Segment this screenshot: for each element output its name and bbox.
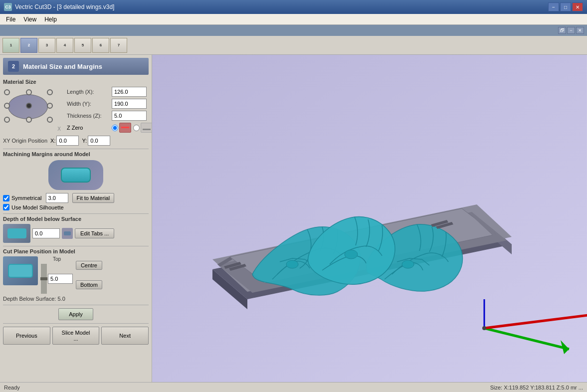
menu-view[interactable]: View bbox=[19, 15, 40, 24]
svg-point-7 bbox=[286, 260, 298, 268]
toolbar-step-3[interactable]: 3 bbox=[38, 38, 55, 53]
close-button[interactable]: ✕ bbox=[572, 2, 583, 11]
toolbar-step-4[interactable]: 4 bbox=[56, 38, 73, 53]
position-buttons: Centre Bottom bbox=[76, 256, 102, 294]
symmetrical-value-input[interactable] bbox=[46, 193, 68, 203]
previous-button[interactable]: Previous bbox=[3, 327, 50, 345]
z-zero-icons bbox=[112, 123, 152, 133]
title-bar: C3 Vectric Cut3D - [3 detailed wings.v3d… bbox=[0, 0, 587, 14]
navigation-section: Previous Slice Model ... Next bbox=[3, 323, 149, 348]
radio-bl[interactable] bbox=[4, 117, 10, 123]
diagram-car-shape bbox=[61, 168, 91, 183]
app-icon: C3 bbox=[4, 3, 12, 11]
left-panel: 2 Material Size and Margins Material Siz… bbox=[0, 55, 152, 382]
z-zero-group: Z Zero bbox=[67, 123, 152, 133]
radio-br[interactable] bbox=[47, 117, 53, 123]
apply-button[interactable]: Apply bbox=[58, 308, 93, 320]
depth-icon2 bbox=[62, 228, 73, 239]
section-title: Material Size and Margins bbox=[23, 63, 102, 70]
svg-point-8 bbox=[402, 260, 414, 268]
size-info: Size: X:119.852 Y:183.811 Z:5.0 mr ... bbox=[490, 385, 583, 391]
depth-of-model-row: Edit Tabs ... bbox=[3, 224, 149, 243]
length-input[interactable] bbox=[112, 87, 147, 97]
radio-mr[interactable] bbox=[47, 103, 53, 109]
diagram-inner bbox=[48, 160, 103, 190]
sub-restore-button[interactable]: 🗗 bbox=[558, 27, 566, 34]
cut-plane-input[interactable] bbox=[48, 274, 73, 284]
depth-value-input[interactable] bbox=[32, 228, 60, 238]
toolbar-step-1[interactable]: 1 bbox=[2, 38, 19, 53]
svg-point-21 bbox=[482, 326, 486, 330]
cut-plane-slider[interactable] bbox=[41, 264, 47, 294]
x-cross-label: X bbox=[57, 126, 61, 132]
radio-tc[interactable] bbox=[26, 89, 32, 95]
radio-mc[interactable] bbox=[26, 103, 32, 109]
xy-x-input[interactable] bbox=[56, 136, 79, 146]
next-button[interactable]: Next bbox=[101, 327, 149, 345]
xy-origin-diagram: X bbox=[3, 87, 63, 132]
z-zero-top-radio[interactable] bbox=[112, 125, 118, 131]
toolbar-step-6[interactable]: 6 bbox=[92, 38, 109, 53]
cut-plane-preview-icon bbox=[3, 256, 38, 285]
sub-minimize-button[interactable]: − bbox=[567, 27, 575, 34]
main-layout: 2 Material Size and Margins Material Siz… bbox=[0, 55, 587, 382]
toolbar: 1 2 3 4 5 6 7 bbox=[0, 36, 587, 55]
width-input[interactable] bbox=[112, 99, 147, 109]
thickness-group: Thickness (Z): bbox=[67, 111, 152, 121]
3d-scene-svg: ✕ bbox=[152, 55, 587, 382]
edit-tabs-button[interactable]: Edit Tabs ... bbox=[75, 228, 114, 238]
use-model-silhouette-row: Use Model Silhouette bbox=[3, 204, 149, 210]
window-controls: − □ ✕ bbox=[548, 2, 583, 11]
z-zero-bottom-radio[interactable] bbox=[133, 125, 140, 131]
slider-thumb bbox=[40, 277, 47, 280]
xy-origin-label: XY Origin Position bbox=[3, 138, 47, 144]
fit-to-material-button[interactable]: Fit to Material bbox=[72, 193, 115, 203]
centre-button[interactable]: Centre bbox=[76, 261, 102, 270]
dimension-inputs: Length (X): Width (Y): Thickness (Z): Z … bbox=[67, 87, 152, 135]
xy-origin-row: XY Origin Position X: Y: bbox=[3, 136, 149, 146]
maximize-button[interactable]: □ bbox=[560, 2, 571, 11]
symmetrical-checkbox[interactable] bbox=[3, 195, 9, 201]
material-size-label: Material Size bbox=[3, 79, 149, 85]
radio-bc[interactable] bbox=[26, 117, 32, 123]
x-label: X: bbox=[50, 138, 55, 144]
bottom-button[interactable]: Bottom bbox=[76, 280, 102, 289]
sub-close-button[interactable]: ✕ bbox=[576, 27, 584, 34]
section-header: 2 Material Size and Margins bbox=[3, 58, 149, 75]
depth-preview-icon bbox=[3, 224, 30, 243]
width-group: Width (Y): bbox=[67, 99, 152, 109]
length-label: Length (X): bbox=[67, 89, 112, 95]
machining-margins-section: Machining Margins around Model Symmetric… bbox=[3, 151, 149, 210]
minimize-button[interactable]: − bbox=[548, 2, 559, 11]
z-zero-top-icon bbox=[119, 123, 131, 133]
menu-file[interactable]: File bbox=[2, 15, 19, 24]
cut-plane-slider-group: Top bbox=[41, 256, 73, 294]
z-zero-bottom-icon bbox=[141, 123, 152, 133]
depth-car-shape bbox=[7, 228, 26, 238]
symmetrical-label: Symmetrical bbox=[11, 195, 42, 201]
viewport: ⊞ X Z X̄ Ȳ bbox=[152, 55, 587, 382]
toolbar-step-5[interactable]: 5 bbox=[74, 38, 91, 53]
slice-model-button[interactable]: Slice Model ... bbox=[52, 327, 100, 345]
depth-of-model-section: Depth of Model below Surface Edit Tabs .… bbox=[3, 216, 149, 243]
cut-plane-car-shape bbox=[8, 264, 33, 278]
use-model-silhouette-checkbox[interactable] bbox=[3, 204, 9, 210]
length-group: Length (X): bbox=[67, 87, 152, 97]
xy-y-input[interactable] bbox=[88, 136, 110, 146]
section-number: 2 bbox=[8, 61, 19, 72]
app-title: Vectric Cut3D - [3 detailed wings.v3d] bbox=[15, 3, 114, 10]
radio-tl[interactable] bbox=[4, 89, 10, 95]
menu-help[interactable]: Help bbox=[40, 15, 61, 24]
toolbar-step-7[interactable]: 7 bbox=[110, 38, 127, 53]
toolbar-step-2[interactable]: 2 bbox=[20, 38, 37, 53]
svg-point-9 bbox=[345, 250, 358, 259]
depth-below-surface-label: Depth Below Surface: 5.0 bbox=[3, 296, 149, 302]
status-bar: Ready Size: X:119.852 Y:183.811 Z:5.0 mr… bbox=[0, 382, 587, 392]
z-zero-label: Z Zero bbox=[67, 125, 112, 131]
radio-tr[interactable] bbox=[47, 89, 53, 95]
status-text: Ready bbox=[4, 385, 20, 391]
material-diagram bbox=[48, 160, 103, 190]
radio-ml[interactable] bbox=[4, 103, 10, 109]
thickness-input[interactable] bbox=[112, 111, 147, 121]
cut-plane-section: Cut Plane Position in Model Top bbox=[3, 248, 149, 302]
